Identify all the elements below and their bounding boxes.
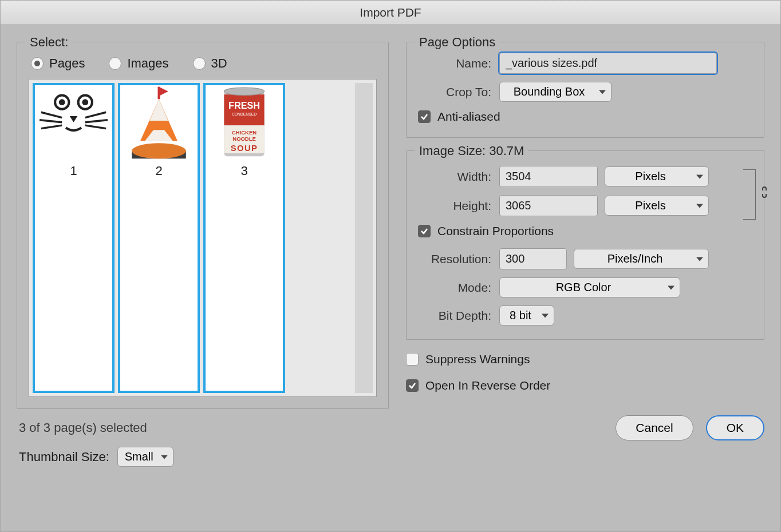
radio-icon (31, 57, 44, 70)
name-label: Name: (418, 57, 491, 70)
radio-pages-label: Pages (49, 56, 85, 71)
page-options-legend: Page Options (415, 35, 500, 50)
mode-select[interactable]: RGB Color (499, 277, 680, 297)
thumb-page-3[interactable]: FRESH CONDENSED CHICKEN NOODLE SOUP 3 (203, 83, 285, 393)
constrain-link-icon[interactable] (759, 185, 770, 202)
reverse-order-checkbox[interactable] (406, 379, 419, 392)
radio-icon (193, 57, 206, 70)
crop-to-label: Crop To: (418, 85, 491, 99)
import-pdf-dialog: Import PDF Select: Pages Images (0, 0, 781, 532)
name-input[interactable] (499, 53, 717, 74)
svg-point-2 (59, 99, 65, 105)
image-size-fieldset: Image Size: 30.7M Width: Pixels Height: (406, 150, 764, 340)
width-label: Width: (418, 170, 491, 184)
bitdepth-select[interactable]: 8 bit (499, 305, 554, 325)
mode-label: Mode: (418, 281, 491, 295)
thumb-number: 2 (120, 162, 198, 181)
thumb-image (35, 85, 112, 162)
height-units-select[interactable]: Pixels (605, 196, 709, 216)
cancel-button[interactable]: Cancel (616, 415, 693, 440)
width-input[interactable] (499, 166, 598, 187)
svg-text:SOUP: SOUP (231, 144, 258, 153)
suppress-warnings-label: Suppress Warnings (425, 352, 530, 366)
thumbnail-scrollbar[interactable] (356, 83, 373, 393)
radio-3d[interactable]: 3D (193, 56, 227, 71)
crop-to-select[interactable]: Bounding Box (499, 82, 612, 102)
constrain-label: Constrain Proportions (437, 224, 554, 238)
antialias-label: Anti-aliased (437, 110, 500, 124)
image-size-legend: Image Size: 30.7M (415, 144, 528, 158)
thumbnail-size-select[interactable]: Small (117, 447, 173, 467)
svg-text:CHICKEN: CHICKEN (232, 129, 257, 136)
height-label: Height: (418, 199, 491, 213)
suppress-warnings-checkbox[interactable] (406, 353, 419, 366)
select-fieldset: Select: Pages Images 3D (17, 42, 389, 409)
svg-text:NOODLE: NOODLE (232, 136, 255, 142)
thumb-page-2[interactable]: 2 (118, 83, 200, 393)
radio-icon (109, 57, 121, 70)
svg-text:CONDENSED: CONDENSED (232, 112, 257, 116)
thumb-number: 3 (206, 162, 283, 181)
thumb-number: 1 (35, 162, 112, 181)
svg-point-24 (224, 88, 264, 96)
thumb-page-1[interactable]: 1 (33, 83, 115, 393)
height-input[interactable] (499, 195, 598, 216)
svg-text:FRESH: FRESH (228, 100, 260, 110)
page-options-fieldset: Page Options Name: Crop To: Bounding Box… (406, 42, 764, 138)
thumbnail-size-label: Thumbnail Size: (19, 450, 109, 464)
width-units-select[interactable]: Pixels (605, 166, 709, 186)
window-title: Import PDF (1, 1, 780, 25)
pages-selected-text: 3 of 3 page(s) selected (19, 420, 389, 435)
svg-rect-0 (35, 85, 112, 162)
select-legend: Select: (25, 35, 73, 50)
reverse-order-label: Open In Reverse Order (425, 379, 550, 392)
link-bracket-icon (743, 169, 756, 220)
svg-point-14 (132, 143, 186, 158)
thumbnail-area: 1 (29, 79, 377, 397)
ok-button[interactable]: OK (706, 415, 764, 440)
thumb-image (120, 85, 198, 162)
thumb-image: FRESH CONDENSED CHICKEN NOODLE SOUP (206, 85, 283, 162)
resolution-input[interactable] (499, 248, 567, 269)
resolution-label: Resolution: (418, 252, 491, 266)
svg-point-4 (82, 99, 88, 105)
radio-images-label: Images (127, 56, 168, 71)
antialias-checkbox[interactable] (418, 110, 431, 123)
radio-images[interactable]: Images (109, 56, 168, 71)
radio-pages[interactable]: Pages (31, 56, 85, 71)
resolution-units-select[interactable]: Pixels/Inch (574, 249, 709, 269)
radio-3d-label: 3D (211, 56, 227, 71)
constrain-checkbox[interactable] (418, 225, 431, 237)
bitdepth-label: Bit Depth: (418, 309, 491, 323)
